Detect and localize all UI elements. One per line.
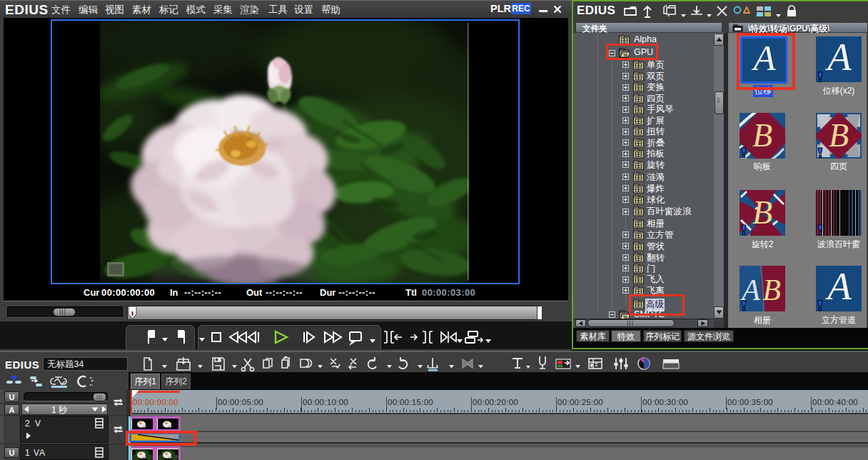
svg-text:B: B <box>752 117 772 154</box>
svg-text:A: A <box>824 36 852 79</box>
svg-text:B: B <box>829 117 849 154</box>
svg-text:B: B <box>752 194 772 231</box>
svg-text:A: A <box>824 266 852 308</box>
svg-text:B: B <box>762 274 781 306</box>
